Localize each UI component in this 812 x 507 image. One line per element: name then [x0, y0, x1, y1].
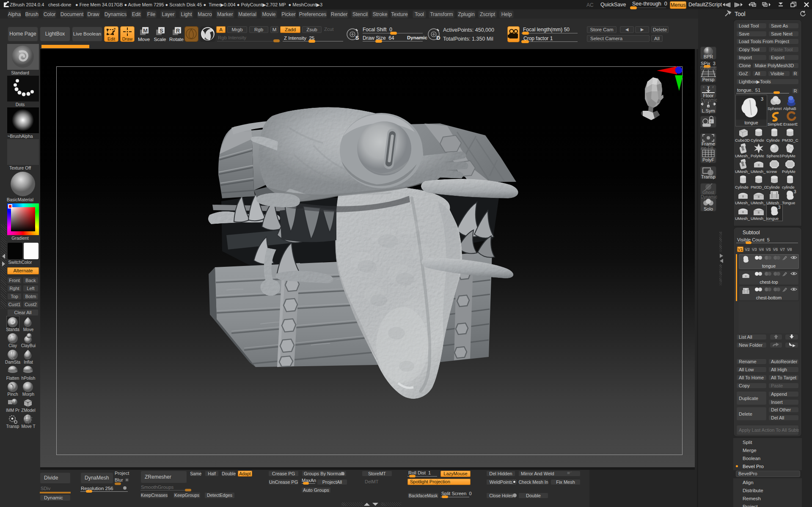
svg-text:D: D — [436, 35, 440, 41]
svg-text:M: M — [143, 27, 148, 34]
svg-text:Transp: Transp — [701, 174, 716, 179]
svg-text:BPR: BPR — [704, 54, 713, 59]
svg-text:y: y — [707, 85, 710, 89]
svg-text:z: z — [712, 85, 714, 89]
svg-text:S: S — [160, 27, 163, 34]
svg-text:R: R — [176, 27, 180, 34]
svg-text:14: 14 — [13, 400, 17, 404]
svg-text:c: c — [710, 120, 712, 123]
svg-text:Persp: Persp — [702, 77, 715, 82]
svg-text:x: x — [703, 85, 705, 89]
svg-text:S: S — [355, 35, 359, 41]
svg-text:Solo: Solo — [704, 206, 713, 211]
svg-text:L.Sym: L.Sym — [702, 108, 715, 113]
svg-text:PolyF: PolyF — [702, 157, 714, 162]
